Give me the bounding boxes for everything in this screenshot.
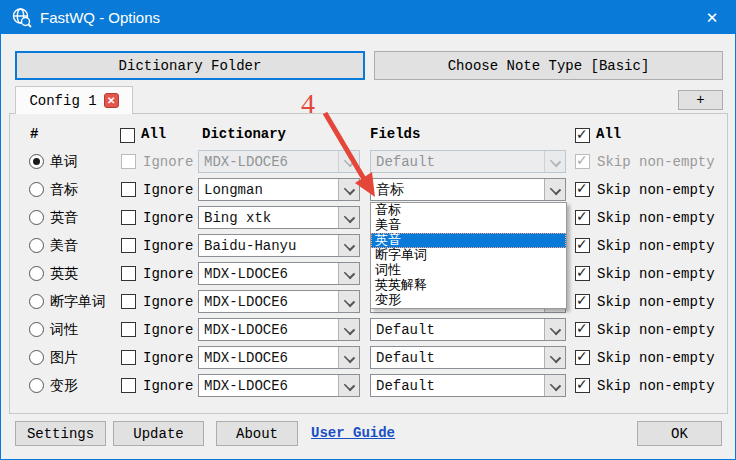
dropdown-item[interactable]: 音标 [371,203,566,218]
all-skip-checkbox[interactable] [575,128,590,143]
user-guide-link[interactable]: User Guide [311,425,395,441]
ignore-label: Ignore [143,204,193,232]
update-button[interactable]: Update [113,421,204,446]
all-ignore-checkbox[interactable] [120,128,135,143]
row-radio[interactable] [29,154,44,169]
ignore-checkbox[interactable] [121,294,136,309]
fields-select[interactable]: Default [370,318,566,341]
fields-select[interactable]: 音标 [370,178,566,201]
fields-select[interactable]: Default [370,374,566,397]
table-row: 图片 Ignore MDX-LDOCE6 Default Skip non-em… [10,344,729,372]
ignore-label: Ignore [143,288,193,316]
dictionary-select[interactable]: Baidu-Hanyu [198,234,360,257]
ignore-label: Ignore [143,232,193,260]
skip-label: Skip non-empty [597,344,715,372]
config-pane: # All Dictionary Fields All 单词 Ignore MD… [9,113,728,414]
row-radio[interactable] [29,210,44,225]
chevron-down-icon [338,235,359,256]
table-row: 单词 Ignore MDX-LDOCE6 Default Skip non-em… [10,148,729,176]
tab-label: Config 1 [29,93,96,109]
window-title: FastWQ - Options [40,9,160,26]
dictionary-select[interactable]: MDX-LDOCE6 [198,374,360,397]
row-label: 英音 [50,204,78,232]
row-radio[interactable] [29,294,44,309]
settings-button[interactable]: Settings [15,421,106,446]
ok-button[interactable]: OK [637,421,722,446]
skip-label: Skip non-empty [597,372,715,400]
dropdown-item[interactable]: 变形 [371,293,566,308]
skip-checkbox[interactable] [575,266,590,281]
dropdown-item[interactable]: 英音 [371,233,566,248]
ignore-checkbox[interactable] [121,154,136,169]
chevron-down-icon [338,151,359,172]
dictionary-select[interactable]: MDX-LDOCE6 [198,150,360,173]
chevron-down-icon [338,375,359,396]
skip-checkbox[interactable] [575,294,590,309]
row-radio[interactable] [29,378,44,393]
dictionary-select[interactable]: MDX-LDOCE6 [198,290,360,313]
row-radio[interactable] [29,350,44,365]
row-radio[interactable] [29,266,44,281]
fields-select[interactable]: Default [370,150,566,173]
dictionary-select[interactable]: MDX-LDOCE6 [198,262,360,285]
ignore-checkbox[interactable] [121,378,136,393]
row-label: 断字单词 [50,288,106,316]
skip-checkbox[interactable] [575,210,590,225]
table-row: 词性 Ignore MDX-LDOCE6 Default Skip non-em… [10,316,729,344]
tab-config-1[interactable]: Config 1 ✕ [15,86,133,114]
tab-close-icon[interactable]: ✕ [104,93,119,108]
about-button[interactable]: About [216,421,298,446]
ignore-checkbox[interactable] [121,266,136,281]
chevron-down-icon [338,319,359,340]
ignore-label: Ignore [143,260,193,288]
title-bar: FastWQ - Options ✕ [1,1,735,34]
column-header-all-left: All [141,126,166,142]
row-label: 词性 [50,316,78,344]
row-radio[interactable] [29,238,44,253]
dictionary-select[interactable]: Bing xtk [198,206,360,229]
ignore-checkbox[interactable] [121,238,136,253]
ignore-checkbox[interactable] [121,350,136,365]
row-radio[interactable] [29,322,44,337]
skip-checkbox[interactable] [575,238,590,253]
chevron-down-icon [338,207,359,228]
ignore-checkbox[interactable] [121,182,136,197]
skip-label: Skip non-empty [597,204,715,232]
skip-label: Skip non-empty [597,316,715,344]
column-header-all-right: All [596,126,621,142]
dropdown-item[interactable]: 词性 [371,263,566,278]
fields-select[interactable]: Default [370,346,566,369]
skip-checkbox[interactable] [575,154,590,169]
skip-label: Skip non-empty [597,260,715,288]
dropdown-item[interactable]: 英英解释 [371,278,566,293]
ignore-label: Ignore [143,372,193,400]
add-tab-button[interactable]: + [678,90,723,110]
skip-checkbox[interactable] [575,182,590,197]
dictionary-folder-button[interactable]: Dictionary Folder [15,51,365,80]
chevron-down-icon [338,263,359,284]
row-label: 音标 [50,176,78,204]
ignore-label: Ignore [143,316,193,344]
chevron-down-icon [544,347,565,368]
skip-checkbox[interactable] [575,322,590,337]
dropdown-item[interactable]: 断字单词 [371,248,566,263]
chevron-down-icon [338,291,359,312]
skip-label: Skip non-empty [597,232,715,260]
close-button[interactable]: ✕ [689,1,735,34]
fields-dropdown-list: 音标美音英音断字单词词性英英解释变形 [370,202,567,309]
choose-note-type-button[interactable]: Choose Note Type [Basic] [374,51,723,80]
skip-checkbox[interactable] [575,350,590,365]
dictionary-select[interactable]: MDX-LDOCE6 [198,346,360,369]
ignore-checkbox[interactable] [121,210,136,225]
dictionary-select[interactable]: Longman [198,178,360,201]
skip-checkbox[interactable] [575,378,590,393]
table-row: 变形 Ignore MDX-LDOCE6 Default Skip non-em… [10,372,729,400]
row-label: 美音 [50,232,78,260]
dictionary-select[interactable]: MDX-LDOCE6 [198,318,360,341]
ignore-checkbox[interactable] [121,322,136,337]
ignore-label: Ignore [143,148,193,176]
column-header-fields: Fields [370,126,420,142]
dropdown-item[interactable]: 美音 [371,218,566,233]
options-window: FastWQ - Options ✕ Dictionary Folder Cho… [0,0,736,460]
row-radio[interactable] [29,182,44,197]
